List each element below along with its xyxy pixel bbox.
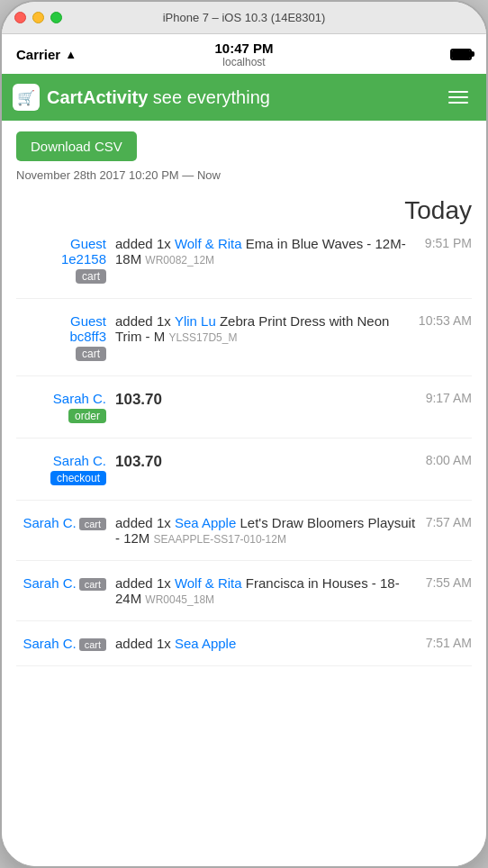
checkout-tag: checkout	[50, 471, 106, 485]
download-csv-button[interactable]: Download CSV	[16, 131, 137, 161]
sku: WR0045_18M	[145, 593, 214, 606]
app-logo: 🛒	[13, 84, 40, 111]
minimize-dot[interactable]	[32, 12, 44, 23]
cart-tag: cart	[76, 347, 106, 361]
order-amount: 103.70	[115, 391, 162, 408]
cart-tag: cart	[76, 269, 106, 284]
user-name[interactable]: Sarah C.	[16, 453, 106, 468]
brand-link[interactable]: Sea Apple	[175, 636, 236, 651]
activity-time: 7:51 AM	[426, 636, 472, 650]
carrier-info: Carrier ▲	[16, 47, 77, 62]
activity-description: added 1x Sea Apple Let's Draw Bloomers P…	[115, 515, 419, 546]
status-center: 10:47 PM localhost	[214, 41, 273, 68]
cart-inline-tag: cart	[79, 638, 106, 651]
menu-line-3	[448, 102, 468, 104]
mac-window-controls	[14, 12, 62, 23]
mac-titlebar: iPhone 7 – iOS 10.3 (14E8301)	[2, 2, 486, 34]
activity-time: 7:55 AM	[426, 575, 472, 590]
activity-item: Sarah C.cart added 1x Sea Apple 7:51 AM	[16, 636, 472, 666]
order-amount: 103.70	[115, 453, 162, 470]
section-header-today: Today	[16, 196, 472, 225]
cart-inline-tag: cart	[79, 578, 106, 591]
sku: SEAAPPLE-SS17-010-12M	[154, 533, 286, 546]
activity-time: 10:53 AM	[419, 313, 472, 328]
battery-fill	[452, 50, 470, 59]
activity-item: Sarah C. checkout 103.70 8:00 AM	[16, 453, 472, 501]
activity-item: Sarah C.cart added 1x Sea Apple Let's Dr…	[16, 515, 472, 561]
activity-description: added 1x Wolf & Rita Ema in Blue Waves -…	[115, 236, 418, 267]
brand-link[interactable]: Wolf & Rita	[175, 575, 242, 591]
status-right	[450, 49, 472, 60]
activity-user-block: Sarah C. order	[16, 391, 106, 423]
activity-item: Sarah C. order 103.70 9:17 AM	[16, 391, 472, 439]
menu-button[interactable]	[441, 87, 475, 107]
maximize-dot[interactable]	[50, 12, 62, 23]
activity-description: added 1x Sea Apple	[115, 636, 419, 651]
carrier-label: Carrier	[16, 47, 60, 62]
activity-user-block: Sarah C.cart	[16, 575, 106, 591]
activity-item: Guestbc8ff3 cart added 1x Ylin Lu Zebra …	[16, 313, 472, 376]
date-range: November 28th 2017 10:20 PM — Now	[16, 168, 472, 182]
app-header: 🛒 CartActivity see everything	[2, 74, 486, 121]
menu-line-1	[448, 91, 468, 93]
activity-time: 7:57 AM	[426, 515, 472, 529]
activity-user-block: Guest1e2158 cart	[16, 236, 106, 284]
user-name[interactable]: Sarah C.cart	[16, 636, 106, 651]
main-content: Download CSV November 28th 2017 10:20 PM…	[2, 121, 486, 866]
activity-description: 103.70	[115, 391, 419, 409]
activity-time: 8:00 AM	[426, 453, 472, 467]
sku: YLSS17D5_M	[168, 331, 237, 344]
activity-user-block: Sarah C.cart	[16, 515, 106, 530]
user-name[interactable]: Guestbc8ff3	[16, 313, 106, 344]
app-title-text: CartActivity	[47, 87, 148, 107]
activity-user-block: Sarah C.cart	[16, 636, 106, 651]
activity-description: 103.70	[115, 453, 419, 471]
sku: WR0082_12M	[145, 254, 214, 267]
status-url: localhost	[214, 56, 273, 68]
brand-link[interactable]: Sea Apple	[175, 515, 236, 530]
ios-statusbar: Carrier ▲ 10:47 PM localhost	[2, 34, 486, 74]
activity-time: 9:51 PM	[425, 236, 472, 250]
battery-icon	[450, 49, 472, 60]
activity-description: added 1x Wolf & Rita Francisca in Houses…	[115, 575, 419, 606]
app-subtitle: see everything	[153, 87, 270, 107]
activity-time: 9:17 AM	[426, 391, 472, 405]
wifi-icon: ▲	[65, 48, 77, 61]
activity-description: added 1x Ylin Lu Zebra Print Dress with …	[115, 313, 411, 344]
activity-item: Sarah C.cart added 1x Wolf & Rita Franci…	[16, 575, 472, 621]
activity-item: Guest1e2158 cart added 1x Wolf & Rita Em…	[16, 236, 472, 299]
phone-frame: iPhone 7 – iOS 10.3 (14E8301) Carrier ▲ …	[0, 0, 488, 868]
brand-link[interactable]: Ylin Lu	[175, 313, 216, 329]
brand-link[interactable]: Wolf & Rita	[175, 236, 242, 251]
menu-line-2	[448, 96, 468, 98]
status-time: 10:47 PM	[214, 41, 273, 56]
window-title: iPhone 7 – iOS 10.3 (14E8301)	[163, 11, 326, 24]
activity-user-block: Guestbc8ff3 cart	[16, 313, 106, 361]
order-tag: order	[68, 409, 106, 423]
user-name[interactable]: Sarah C.	[16, 391, 106, 406]
cart-inline-tag: cart	[79, 518, 106, 530]
close-dot[interactable]	[14, 12, 26, 23]
app-title: CartActivity see everything	[47, 87, 441, 108]
activity-user-block: Sarah C. checkout	[16, 453, 106, 485]
user-name[interactable]: Sarah C.cart	[16, 575, 106, 591]
user-name[interactable]: Sarah C.cart	[16, 515, 106, 530]
user-name[interactable]: Guest1e2158	[16, 236, 106, 267]
